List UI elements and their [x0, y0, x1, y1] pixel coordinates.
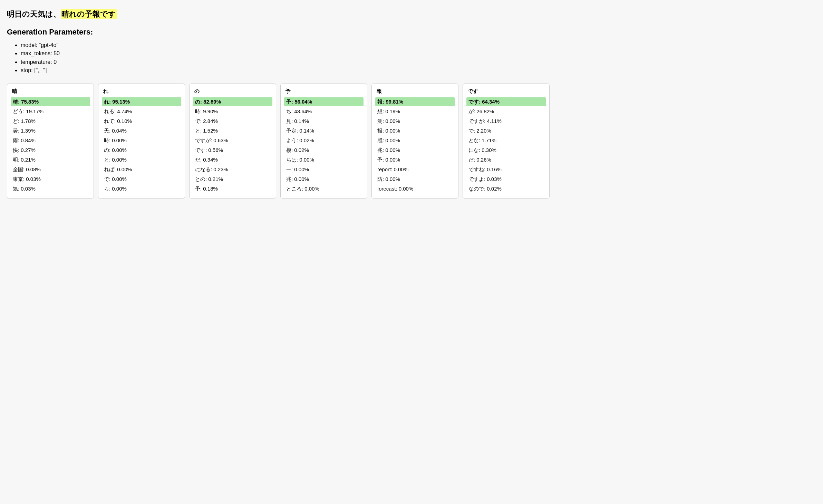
- candidate-row: 雨: 0.84%: [11, 136, 90, 145]
- candidate-row: れば: 0.00%: [102, 165, 181, 174]
- candidate-row: れて: 0.10%: [102, 117, 181, 126]
- candidate-row: 予: 0.18%: [193, 184, 272, 193]
- candidate-row: 曇: 1.39%: [11, 126, 90, 135]
- candidate-row: 報: 99.81%: [375, 97, 455, 106]
- candidate-row: forecast: 0.00%: [375, 184, 455, 193]
- candidate-row: 想: 0.19%: [375, 107, 455, 116]
- candidate-row: れる: 4.74%: [102, 107, 181, 116]
- candidate-row: とな: 1.71%: [466, 136, 546, 145]
- candidate-row: で: 2.20%: [466, 126, 546, 135]
- candidate-row: 模: 0.02%: [284, 146, 364, 155]
- token-card-title: 予: [284, 87, 364, 95]
- candidate-row: と: 0.00%: [102, 155, 181, 164]
- candidate-row: どう: 19.17%: [11, 107, 90, 116]
- candidate-row: 一: 0.00%: [284, 165, 364, 174]
- param-item: model: "gpt-4o": [21, 41, 816, 49]
- candidate-row: で: 2.84%: [193, 117, 272, 126]
- page-title: 明日の天気は、晴れの予報です: [7, 9, 816, 19]
- candidate-row: 気: 0.03%: [11, 184, 90, 193]
- candidate-row: よう: 0.02%: [284, 136, 364, 145]
- candidate-row: 报: 0.00%: [375, 126, 455, 135]
- token-card: 予予: 56.04%ち: 43.64%見: 0.14%予定: 0.14%よう: …: [280, 84, 367, 198]
- candidate-row: 明: 0.21%: [11, 155, 90, 164]
- token-card-title: 晴: [11, 87, 90, 95]
- candidate-row: ですが: 0.63%: [193, 136, 272, 145]
- candidate-row: ち: 43.64%: [284, 107, 364, 116]
- candidate-row: にな: 0.30%: [466, 146, 546, 155]
- candidate-row: 晴: 75.83%: [11, 97, 90, 106]
- candidate-row: ですよ: 0.03%: [466, 175, 546, 184]
- candidate-row: 予定: 0.14%: [284, 126, 364, 135]
- candidate-row: 防: 0.00%: [375, 175, 455, 184]
- param-item: max_tokens: 50: [21, 50, 816, 57]
- candidate-row: ら: 0.00%: [102, 184, 181, 193]
- candidate-row: 時: 0.00%: [102, 136, 181, 145]
- params-heading: Generation Parameters:: [7, 28, 816, 37]
- param-item: temperature: 0: [21, 58, 816, 66]
- candidate-row: ところ: 0.00%: [284, 184, 364, 193]
- candidate-row: 測: 0.00%: [375, 117, 455, 126]
- candidate-row: 天: 0.04%: [102, 126, 181, 135]
- candidate-row: 全国: 0.08%: [11, 165, 90, 174]
- candidate-row: れ: 95.13%: [102, 97, 181, 106]
- token-cards: 晴晴: 75.83%どう: 19.17%ど: 1.78%曇: 1.39%雨: 0…: [7, 84, 816, 198]
- candidate-row: との: 0.21%: [193, 175, 272, 184]
- candidate-row: 見: 0.14%: [284, 117, 364, 126]
- candidate-row: ですね: 0.16%: [466, 165, 546, 174]
- title-highlight: 晴れの予報です: [61, 9, 117, 19]
- candidate-row: の: 0.00%: [102, 146, 181, 155]
- candidate-row: だ: 0.26%: [466, 155, 546, 164]
- candidate-row: 兆: 0.00%: [284, 175, 364, 184]
- candidate-row: 予: 0.00%: [375, 155, 455, 164]
- candidate-row: なので: 0.02%: [466, 184, 546, 193]
- candidate-row: と: 1.52%: [193, 126, 272, 135]
- candidate-row: だ: 0.34%: [193, 155, 272, 164]
- candidate-row: report: 0.00%: [375, 165, 455, 174]
- candidate-row: が: 26.82%: [466, 107, 546, 116]
- candidate-row: で: 0.00%: [102, 175, 181, 184]
- candidate-row: 東京: 0.03%: [11, 175, 90, 184]
- candidate-row: の: 82.89%: [193, 97, 272, 106]
- token-card-title: 報: [375, 87, 455, 95]
- token-card: れれ: 95.13%れる: 4.74%れて: 0.10%天: 0.04%時: 0…: [98, 84, 185, 198]
- candidate-row: になる: 0.23%: [193, 165, 272, 174]
- params-list: model: "gpt-4o"max_tokens: 50temperature…: [7, 41, 816, 75]
- token-card-title: れ: [102, 87, 181, 95]
- token-card-title: の: [193, 87, 272, 95]
- candidate-row: 兆: 0.00%: [375, 146, 455, 155]
- candidate-row: ちは: 0.00%: [284, 155, 364, 164]
- candidate-row: 予: 56.04%: [284, 97, 364, 106]
- candidate-row: 快: 0.27%: [11, 146, 90, 155]
- token-card: 晴晴: 75.83%どう: 19.17%ど: 1.78%曇: 1.39%雨: 0…: [7, 84, 94, 198]
- candidate-row: ど: 1.78%: [11, 117, 90, 126]
- token-card: 報報: 99.81%想: 0.19%測: 0.00%报: 0.00%感: 0.0…: [371, 84, 458, 198]
- token-card: のの: 82.89%時: 9.90%で: 2.84%と: 1.52%ですが: 0…: [189, 84, 276, 198]
- token-card-title: です: [466, 87, 546, 95]
- candidate-row: です: 0.56%: [193, 146, 272, 155]
- title-prefix: 明日の天気は、: [7, 10, 61, 18]
- candidate-row: です: 64.34%: [466, 97, 546, 106]
- token-card: ですです: 64.34%が: 26.82%ですが: 4.11%で: 2.20%と…: [463, 84, 550, 198]
- candidate-row: 感: 0.00%: [375, 136, 455, 145]
- candidate-row: 時: 9.90%: [193, 107, 272, 116]
- candidate-row: ですが: 4.11%: [466, 117, 546, 126]
- param-item: stop: ["。"]: [21, 67, 816, 74]
